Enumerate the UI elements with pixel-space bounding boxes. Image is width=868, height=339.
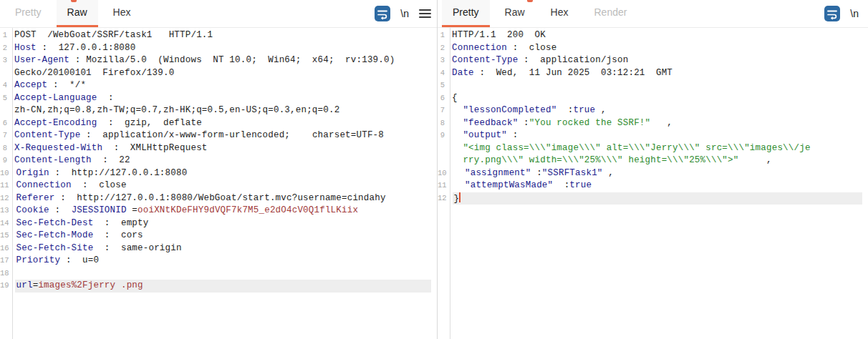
code-line: 3User-Agent : Mozilla/5.0 (Windows NT 10… <box>0 54 437 67</box>
code-text: Connection : close <box>15 180 431 192</box>
line-number: 17 <box>0 255 11 267</box>
word-wrap-icon[interactable] <box>375 6 390 21</box>
code-text: } <box>453 192 862 205</box>
line-number <box>438 142 447 155</box>
code-line: 5 <box>438 79 868 92</box>
code-line: 18 <box>0 267 437 280</box>
code-text: Content-Type : application/json <box>450 54 862 67</box>
tab-pretty[interactable]: Pretty <box>4 0 52 27</box>
code-line: 17Priority : u=0 <box>0 255 437 267</box>
line-number: 6 <box>438 92 447 105</box>
text-cursor <box>459 192 460 202</box>
code-text: "output" : <box>450 129 862 142</box>
code-line: 15Sec-Fetch-Mode : cors <box>0 230 437 242</box>
code-text: Sec-Fetch-Site : same-origin <box>15 242 431 255</box>
code-text: POST /WebGoat/SSRF/task1 HTTP/1.1 <box>13 29 431 42</box>
word-wrap-icon[interactable] <box>824 6 840 21</box>
code-line: rry.png\\\" width=\\\"25%\\\" height=\\\… <box>438 154 868 167</box>
code-text: "attemptWasMade" :true <box>453 180 862 192</box>
line-number: 5 <box>0 92 9 105</box>
code-text: Date : Wed, 11 Jun 2025 03:12:21 GMT <box>450 67 862 80</box>
code-text: "lessonCompleted" :true , <box>450 104 862 117</box>
code-text: Accept-Encoding : gzip, deflate <box>13 117 431 130</box>
response-label-remnant <box>527 0 533 2</box>
line-number: 4 <box>438 67 447 80</box>
line-number <box>0 67 9 80</box>
tab-hex[interactable]: Hex <box>540 0 579 27</box>
menu-icon[interactable] <box>419 9 431 19</box>
code-line: 3Content-Type : application/json <box>438 54 868 67</box>
request-editor[interactable]: 1POST /WebGoat/SSRF/task1 HTTP/1.12Host … <box>0 28 437 339</box>
code-text: Priority : u=0 <box>15 255 431 267</box>
code-line: 9Content-Length : 22 <box>0 154 437 167</box>
panel-divider[interactable] <box>437 0 438 339</box>
code-line: 6{ <box>438 92 868 105</box>
newline-toggle-icon[interactable]: \n <box>850 8 859 19</box>
line-number: 3 <box>0 54 9 67</box>
code-text: url=images%2Fjerry .png <box>15 280 431 293</box>
code-line: 8 "feedback" :"You rocked the SSRF!" , <box>438 117 868 130</box>
code-text: Referer : http://127.0.0.1:8080/WebGoat/… <box>15 192 431 205</box>
code-line: 6Accept-Encoding : gzip, deflate <box>0 117 437 130</box>
code-line: 12} <box>438 192 868 205</box>
code-line: 12Referer : http://127.0.0.1:8080/WebGoa… <box>0 192 437 205</box>
code-line: 2Connection : close <box>438 42 868 55</box>
newline-toggle-icon[interactable]: \n <box>400 8 409 19</box>
response-tabbar: PrettyRawHexRender \n <box>438 0 868 28</box>
tab-pretty[interactable]: Pretty <box>442 0 490 27</box>
response-toolbar: \n <box>824 0 868 27</box>
line-number: 9 <box>0 154 9 167</box>
code-text: HTTP/1.1 200 OK <box>450 29 862 42</box>
line-number <box>0 104 9 117</box>
line-number: 12 <box>438 192 449 205</box>
code-line: 7 "lessonCompleted" :true , <box>438 104 868 117</box>
code-line: zh-CN,zh;q=0.8,zh-TW;q=0.7,zh-HK;q=0.5,e… <box>0 104 437 117</box>
tab-hex[interactable]: Hex <box>102 0 142 27</box>
line-number: 1 <box>0 29 9 42</box>
code-text: Host : 127.0.0.1:8080 <box>13 42 431 55</box>
request-panel: PrettyRawHex \n <box>0 0 437 339</box>
code-line: 5Accept-Language : <box>0 92 437 105</box>
code-text: "assignment" :"SSRFTask1" , <box>453 167 862 180</box>
line-number: 12 <box>0 192 11 205</box>
code-text: "feedback" :"You rocked the SSRF!" , <box>450 117 862 130</box>
code-text <box>450 79 862 92</box>
response-tabs: PrettyRawHexRender <box>442 0 642 27</box>
code-text: X-Requested-With : XMLHttpRequest <box>13 142 431 155</box>
code-text: Connection : close <box>450 42 862 55</box>
code-line: 11 "attemptWasMade" :true <box>438 180 868 192</box>
code-line: 1HTTP/1.1 200 OK <box>438 29 868 42</box>
line-number: 1 <box>438 29 447 42</box>
code-text: Cookie : JSESSIONID =ooiXNtKDeFHY9dVQF7k… <box>15 205 431 217</box>
response-editor[interactable]: 1HTTP/1.1 200 OK2Connection : close3Cont… <box>438 28 868 339</box>
line-number: 9 <box>438 129 447 142</box>
code-text <box>15 267 431 280</box>
tab-render[interactable]: Render <box>584 0 638 27</box>
tab-raw[interactable]: Raw <box>57 0 98 27</box>
code-text: rry.png\\\" width=\\\"25%\\\" height=\\\… <box>450 154 862 167</box>
code-text: User-Agent : Mozilla/5.0 (Windows NT 10.… <box>13 54 431 67</box>
code-line: "<img class=\\\"image\\\" alt=\\\"Jerry\… <box>438 142 868 155</box>
code-text: zh-CN,zh;q=0.8,zh-TW;q=0.7,zh-HK;q=0.5,e… <box>13 104 431 117</box>
code-line: 16Sec-Fetch-Site : same-origin <box>0 242 437 255</box>
code-line: 4Date : Wed, 11 Jun 2025 03:12:21 GMT <box>438 67 868 80</box>
line-number: 2 <box>438 42 447 55</box>
tab-raw[interactable]: Raw <box>494 0 536 27</box>
line-number: 8 <box>438 117 447 130</box>
code-line: 8X-Requested-With : XMLHttpRequest <box>0 142 437 155</box>
code-line: 10Origin : http://127.0.0.1:8080 <box>0 167 437 180</box>
code-line: 11Connection : close <box>0 180 437 192</box>
code-line: 1POST /WebGoat/SSRF/task1 HTTP/1.1 <box>0 29 437 42</box>
request-label-remnant <box>71 0 77 2</box>
line-number: 4 <box>0 79 9 92</box>
request-tabs: PrettyRawHex <box>4 0 146 27</box>
code-line: 4Accept : */* <box>0 79 437 92</box>
code-line: Gecko/20100101 Firefox/139.0 <box>0 67 437 80</box>
code-text: Gecko/20100101 Firefox/139.0 <box>13 67 431 80</box>
line-number: 6 <box>0 117 9 130</box>
code-text: Sec-Fetch-Mode : cors <box>15 230 431 242</box>
line-number: 13 <box>0 205 11 217</box>
http-message-viewer: PrettyRawHex \n <box>0 0 868 339</box>
line-number: 18 <box>0 267 11 280</box>
code-text: Accept : */* <box>13 79 431 92</box>
